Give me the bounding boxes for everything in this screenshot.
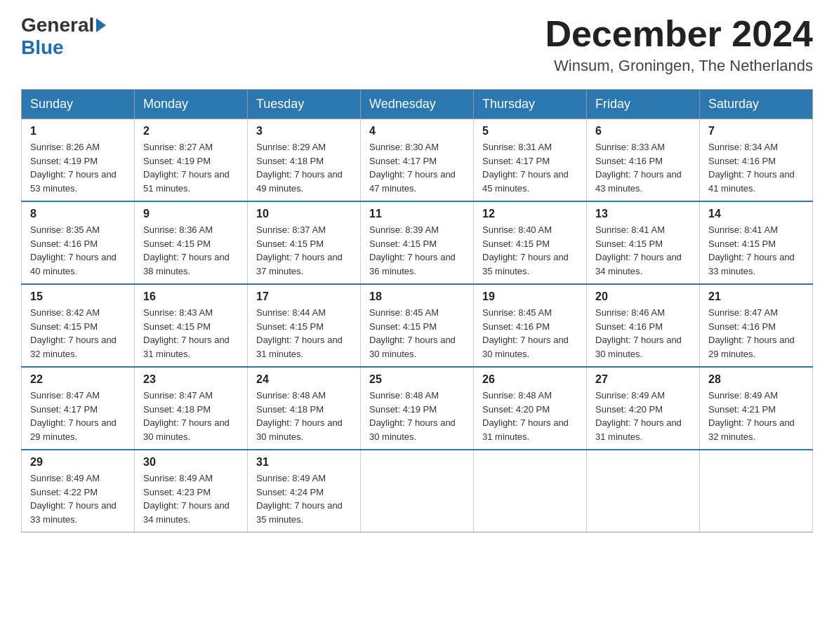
day-info: Sunrise: 8:47 AMSunset: 4:16 PMDaylight:… bbox=[708, 306, 804, 361]
calendar-cell: 8Sunrise: 8:35 AMSunset: 4:16 PMDaylight… bbox=[22, 201, 135, 284]
calendar-cell: 3Sunrise: 8:29 AMSunset: 4:18 PMDaylight… bbox=[248, 119, 361, 202]
day-number: 9 bbox=[143, 208, 239, 220]
day-info: Sunrise: 8:40 AMSunset: 4:15 PMDaylight:… bbox=[482, 223, 578, 278]
calendar-week-row: 29Sunrise: 8:49 AMSunset: 4:22 PMDayligh… bbox=[22, 450, 813, 532]
day-info: Sunrise: 8:49 AMSunset: 4:20 PMDaylight:… bbox=[595, 389, 691, 443]
calendar-cell: 9Sunrise: 8:36 AMSunset: 4:15 PMDaylight… bbox=[135, 201, 248, 284]
calendar-cell: 29Sunrise: 8:49 AMSunset: 4:22 PMDayligh… bbox=[22, 450, 135, 532]
day-number: 22 bbox=[30, 373, 126, 386]
calendar-cell: 13Sunrise: 8:41 AMSunset: 4:15 PMDayligh… bbox=[587, 201, 700, 284]
day-number: 29 bbox=[30, 456, 126, 469]
day-number: 30 bbox=[143, 456, 239, 469]
calendar-cell bbox=[474, 450, 587, 532]
calendar-cell: 6Sunrise: 8:33 AMSunset: 4:16 PMDaylight… bbox=[587, 119, 700, 202]
day-number: 6 bbox=[595, 125, 691, 137]
day-info: Sunrise: 8:33 AMSunset: 4:16 PMDaylight:… bbox=[595, 140, 691, 195]
day-info: Sunrise: 8:48 AMSunset: 4:19 PMDaylight:… bbox=[369, 389, 465, 443]
day-info: Sunrise: 8:49 AMSunset: 4:24 PMDaylight:… bbox=[256, 471, 352, 526]
weekday-header-thursday: Thursday bbox=[474, 90, 587, 119]
calendar-cell: 31Sunrise: 8:49 AMSunset: 4:24 PMDayligh… bbox=[248, 450, 361, 532]
day-info: Sunrise: 8:30 AMSunset: 4:17 PMDaylight:… bbox=[369, 140, 465, 195]
day-number: 11 bbox=[369, 208, 465, 220]
day-info: Sunrise: 8:29 AMSunset: 4:18 PMDaylight:… bbox=[256, 140, 352, 195]
calendar-cell bbox=[587, 450, 700, 532]
day-number: 14 bbox=[708, 208, 804, 220]
calendar-cell: 28Sunrise: 8:49 AMSunset: 4:21 PMDayligh… bbox=[700, 367, 813, 450]
calendar-cell: 15Sunrise: 8:42 AMSunset: 4:15 PMDayligh… bbox=[22, 284, 135, 367]
calendar-week-row: 8Sunrise: 8:35 AMSunset: 4:16 PMDaylight… bbox=[22, 201, 813, 284]
weekday-header-wednesday: Wednesday bbox=[361, 90, 474, 119]
day-info: Sunrise: 8:31 AMSunset: 4:17 PMDaylight:… bbox=[482, 140, 578, 195]
day-number: 21 bbox=[708, 290, 804, 303]
calendar-cell: 18Sunrise: 8:45 AMSunset: 4:15 PMDayligh… bbox=[361, 284, 474, 367]
location-title: Winsum, Groningen, The Netherlands bbox=[545, 57, 813, 75]
header: General Blue December 2024 Winsum, Groni… bbox=[21, 14, 813, 75]
calendar-cell: 14Sunrise: 8:41 AMSunset: 4:15 PMDayligh… bbox=[700, 201, 813, 284]
day-info: Sunrise: 8:26 AMSunset: 4:19 PMDaylight:… bbox=[30, 140, 126, 195]
calendar-cell: 1Sunrise: 8:26 AMSunset: 4:19 PMDaylight… bbox=[22, 119, 135, 202]
calendar-cell: 27Sunrise: 8:49 AMSunset: 4:20 PMDayligh… bbox=[587, 367, 700, 450]
calendar-cell bbox=[700, 450, 813, 532]
calendar-cell: 2Sunrise: 8:27 AMSunset: 4:19 PMDaylight… bbox=[135, 119, 248, 202]
logo-general-text: General bbox=[21, 14, 94, 36]
calendar-cell: 7Sunrise: 8:34 AMSunset: 4:16 PMDaylight… bbox=[700, 119, 813, 202]
day-info: Sunrise: 8:42 AMSunset: 4:15 PMDaylight:… bbox=[30, 306, 126, 361]
day-number: 19 bbox=[482, 290, 578, 303]
weekday-header-friday: Friday bbox=[587, 90, 700, 119]
weekday-header-tuesday: Tuesday bbox=[248, 90, 361, 119]
day-number: 16 bbox=[143, 290, 239, 303]
calendar-cell: 24Sunrise: 8:48 AMSunset: 4:18 PMDayligh… bbox=[248, 367, 361, 450]
day-info: Sunrise: 8:41 AMSunset: 4:15 PMDaylight:… bbox=[595, 223, 691, 278]
day-number: 1 bbox=[30, 125, 126, 137]
calendar-cell: 10Sunrise: 8:37 AMSunset: 4:15 PMDayligh… bbox=[248, 201, 361, 284]
day-info: Sunrise: 8:49 AMSunset: 4:23 PMDaylight:… bbox=[143, 471, 239, 526]
day-number: 12 bbox=[482, 208, 578, 220]
weekday-header-saturday: Saturday bbox=[700, 90, 813, 119]
day-info: Sunrise: 8:43 AMSunset: 4:15 PMDaylight:… bbox=[143, 306, 239, 361]
day-number: 5 bbox=[482, 125, 578, 137]
day-info: Sunrise: 8:48 AMSunset: 4:18 PMDaylight:… bbox=[256, 389, 352, 443]
day-info: Sunrise: 8:36 AMSunset: 4:15 PMDaylight:… bbox=[143, 223, 239, 278]
day-number: 2 bbox=[143, 125, 239, 137]
day-info: Sunrise: 8:46 AMSunset: 4:16 PMDaylight:… bbox=[595, 306, 691, 361]
calendar-cell: 23Sunrise: 8:47 AMSunset: 4:18 PMDayligh… bbox=[135, 367, 248, 450]
logo-triangle-icon bbox=[96, 18, 106, 32]
calendar-cell: 16Sunrise: 8:43 AMSunset: 4:15 PMDayligh… bbox=[135, 284, 248, 367]
weekday-header-sunday: Sunday bbox=[22, 90, 135, 119]
day-info: Sunrise: 8:35 AMSunset: 4:16 PMDaylight:… bbox=[30, 223, 126, 278]
logo-blue-text: Blue bbox=[21, 36, 64, 58]
calendar-cell: 20Sunrise: 8:46 AMSunset: 4:16 PMDayligh… bbox=[587, 284, 700, 367]
calendar-cell: 11Sunrise: 8:39 AMSunset: 4:15 PMDayligh… bbox=[361, 201, 474, 284]
title-area: December 2024 Winsum, Groningen, The Net… bbox=[545, 14, 813, 75]
weekday-header-row: SundayMondayTuesdayWednesdayThursdayFrid… bbox=[22, 90, 813, 119]
day-number: 27 bbox=[595, 373, 691, 386]
day-number: 4 bbox=[369, 125, 465, 137]
day-number: 7 bbox=[708, 125, 804, 137]
day-info: Sunrise: 8:27 AMSunset: 4:19 PMDaylight:… bbox=[143, 140, 239, 195]
day-number: 25 bbox=[369, 373, 465, 386]
calendar-cell: 25Sunrise: 8:48 AMSunset: 4:19 PMDayligh… bbox=[361, 367, 474, 450]
day-number: 17 bbox=[256, 290, 352, 303]
day-number: 10 bbox=[256, 208, 352, 220]
day-info: Sunrise: 8:49 AMSunset: 4:21 PMDaylight:… bbox=[708, 389, 804, 443]
month-title: December 2024 bbox=[545, 14, 813, 54]
day-number: 24 bbox=[256, 373, 352, 386]
day-info: Sunrise: 8:47 AMSunset: 4:18 PMDaylight:… bbox=[143, 389, 239, 443]
weekday-header-monday: Monday bbox=[135, 90, 248, 119]
calendar-week-row: 15Sunrise: 8:42 AMSunset: 4:15 PMDayligh… bbox=[22, 284, 813, 367]
day-info: Sunrise: 8:41 AMSunset: 4:15 PMDaylight:… bbox=[708, 223, 804, 278]
calendar-cell: 22Sunrise: 8:47 AMSunset: 4:17 PMDayligh… bbox=[22, 367, 135, 450]
day-number: 8 bbox=[30, 208, 126, 220]
calendar-cell: 5Sunrise: 8:31 AMSunset: 4:17 PMDaylight… bbox=[474, 119, 587, 202]
calendar-cell: 17Sunrise: 8:44 AMSunset: 4:15 PMDayligh… bbox=[248, 284, 361, 367]
calendar-table: SundayMondayTuesdayWednesdayThursdayFrid… bbox=[21, 89, 813, 532]
calendar-cell: 26Sunrise: 8:48 AMSunset: 4:20 PMDayligh… bbox=[474, 367, 587, 450]
calendar-cell bbox=[361, 450, 474, 532]
day-number: 23 bbox=[143, 373, 239, 386]
day-info: Sunrise: 8:49 AMSunset: 4:22 PMDaylight:… bbox=[30, 471, 126, 526]
day-number: 26 bbox=[482, 373, 578, 386]
logo: General Blue bbox=[21, 14, 108, 59]
calendar-week-row: 22Sunrise: 8:47 AMSunset: 4:17 PMDayligh… bbox=[22, 367, 813, 450]
day-info: Sunrise: 8:48 AMSunset: 4:20 PMDaylight:… bbox=[482, 389, 578, 443]
calendar-cell: 21Sunrise: 8:47 AMSunset: 4:16 PMDayligh… bbox=[700, 284, 813, 367]
